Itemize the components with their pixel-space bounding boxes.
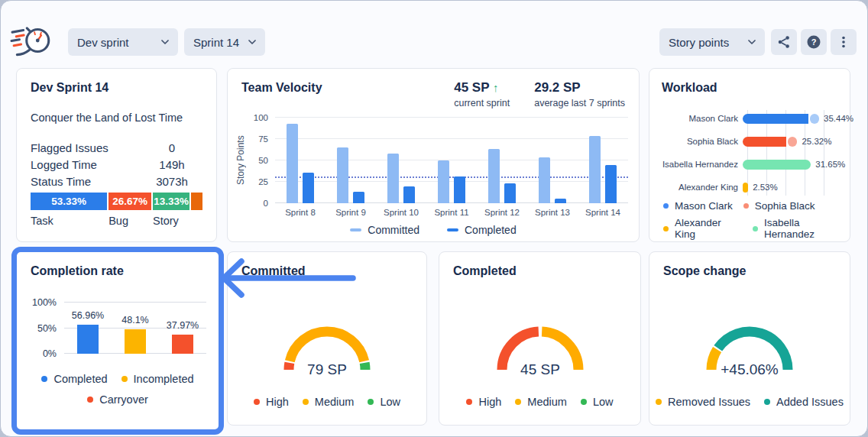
help-button[interactable]: ?	[801, 29, 827, 55]
legend-label: Completed	[53, 373, 107, 385]
legend-item: High	[466, 396, 501, 408]
flying-stopwatch-logo	[10, 21, 54, 60]
legend-item: Mason Clark	[663, 200, 733, 212]
legend-row: CompletedIncompleted	[17, 373, 219, 385]
velocity-bar-committed	[287, 124, 298, 203]
legend-dot	[581, 399, 587, 405]
completion-bar-incompleted	[125, 329, 146, 354]
x-tick-label: Sprint 11	[426, 208, 477, 217]
legend-item: Sophia Black	[743, 200, 815, 212]
velocity-stats: 45 SP ↑ current sprint 29.2 SP average l…	[454, 80, 625, 108]
gauge-center-value: 45 SP	[520, 361, 560, 377]
workload-bar-cap	[810, 114, 819, 124]
legend-dot	[663, 226, 669, 231]
workload-row: Isabella Hernandez31.65%	[662, 154, 842, 174]
velocity-bar-committed	[337, 147, 348, 203]
trend-up-icon: ↑	[493, 81, 499, 94]
workload-bar-cap	[788, 137, 797, 147]
sprint-group	[527, 118, 578, 203]
legend-label: Incompleted	[134, 373, 194, 385]
stat-value: 149h	[141, 157, 202, 173]
legend-dot	[656, 399, 662, 405]
workload-name: Sophia Black	[662, 137, 743, 146]
more-button[interactable]	[831, 29, 857, 55]
completion-slot: 37.97%	[159, 303, 206, 354]
scope-change-gauge: +45.06%	[649, 318, 850, 379]
legend-row: Mason ClarkSophia Black	[663, 200, 850, 212]
distribution-category-label: Bug	[108, 215, 128, 227]
workload-value: 35.44%	[824, 114, 853, 123]
sprint-group	[477, 118, 527, 203]
workload-bar	[743, 137, 786, 147]
workload-row: Mason Clark35.44%	[662, 108, 842, 128]
velocity-bar-completed	[403, 186, 415, 203]
sprint-dropdown[interactable]: Sprint 14	[184, 28, 265, 56]
sprint-dropdown-value: Sprint 14	[193, 36, 239, 49]
legend-item: Carryover	[87, 393, 148, 406]
gauge-segment-low	[364, 363, 365, 370]
legend-marker	[447, 228, 458, 231]
x-tick-label: Sprint 12	[477, 208, 527, 217]
sprint-goal: Conquer the Land of Lost Time	[31, 112, 202, 124]
committed-card: Committed 79 SP HighMediumLow	[227, 251, 427, 426]
legend-marker	[350, 228, 361, 231]
velocity-bars	[275, 118, 628, 203]
card-title: Completion rate	[31, 264, 205, 278]
legend-label: Sophia Black	[755, 200, 815, 212]
board-dropdown[interactable]: Dev sprint	[68, 28, 178, 56]
legend-label: Completed	[465, 224, 517, 236]
card-title: Workload	[662, 81, 837, 95]
workload-bar	[743, 160, 811, 170]
completion-bar-completed	[77, 325, 99, 354]
completion-rate-card: Completion rate 0%50%100%56.96%48.1%37.9…	[17, 252, 219, 429]
legend-row: Carryover	[17, 393, 219, 406]
card-title: Dev Sprint 14	[31, 81, 202, 95]
legend-dot	[466, 399, 472, 405]
metric-dropdown[interactable]: Story points	[659, 28, 765, 56]
help-icon: ?	[806, 34, 821, 50]
average-caption: average last 7 sprints	[534, 98, 625, 108]
bar-value-label: 48.1%	[121, 315, 148, 325]
more-icon	[837, 35, 850, 49]
workload-bar	[743, 183, 748, 193]
gauge-center-value: 79 SP	[307, 361, 347, 377]
workload-value: 25.32%	[802, 137, 831, 146]
chevron-down-icon	[748, 40, 756, 44]
legend-dot	[753, 226, 758, 231]
issue-type-distribution-bar: 53.33%26.67%13.33%	[31, 193, 202, 210]
distribution-segment: 53.33%	[31, 193, 107, 210]
workload-value: 31.65%	[815, 160, 845, 169]
legend-label: Alexander King	[675, 217, 742, 240]
legend-row: Alexander KingIsabella Hernandez	[663, 217, 850, 240]
legend-label: Medium	[527, 396, 567, 408]
legend-dot	[663, 203, 669, 209]
stat-label: Logged Time	[31, 157, 141, 173]
y-axis-label: Story Points	[235, 118, 246, 203]
velocity-bar-committed	[539, 157, 550, 203]
sprint-dashboard: Dev sprint Sprint 14 Story points ?	[0, 0, 868, 437]
card-title: Committed	[241, 264, 413, 278]
share-button[interactable]	[771, 29, 797, 55]
sprint-stats: Flagged Issues 0 Logged Time 149h Status…	[31, 140, 202, 190]
legend-item: Medium	[303, 396, 355, 408]
card-title: Completed	[453, 264, 627, 278]
completion-slot: 56.96%	[64, 303, 112, 354]
committed-gauge: 79 SP	[228, 318, 426, 379]
y-tick-label: 0	[264, 199, 268, 208]
sprint-group	[326, 118, 376, 203]
velocity-bar-committed	[488, 149, 500, 203]
legend-label: Carryover	[99, 393, 148, 406]
gauge-segment-high	[289, 363, 290, 370]
legend-item: Committed	[350, 224, 419, 236]
completion-bar-carryover	[172, 335, 193, 354]
velocity-bar-committed	[387, 154, 399, 203]
completion-slot: 48.1%	[112, 303, 159, 354]
metric-dropdown-value: Story points	[669, 36, 729, 49]
legend-label: Committed	[368, 224, 419, 236]
bar-value-label: 56.96%	[72, 310, 104, 321]
velocity-chart: 0255075100	[275, 118, 628, 203]
current-sprint-stat: 45 SP ↑ current sprint	[454, 80, 510, 108]
workload-chart: Mason Clark35.44%Sophia Black25.32%Isabe…	[662, 108, 842, 197]
sprint-group	[376, 118, 426, 203]
gauge-segment-medium	[290, 332, 364, 361]
